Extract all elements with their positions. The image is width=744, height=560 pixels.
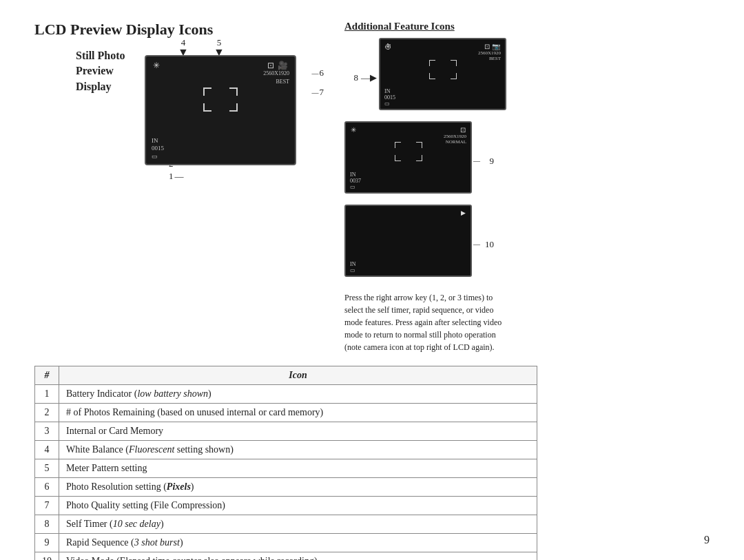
row-desc-8: Self Timer (10 sec delay) [59,515,537,534]
still-photo-label: Still Photo Preview Display [76,48,131,94]
table-header-hash: # [35,366,59,385]
table-row: 3 Internal or Card Memory [35,422,537,441]
icon-table: # Icon 1 Battery Indicator (low battery … [34,366,537,560]
lcd-bottom-icons: IN 0015 [152,137,164,152]
row-desc-6: Photo Resolution setting (Pixels) [59,478,537,497]
mini-cam-icon-1: 📷 [492,43,500,50]
row-desc-9: Rapid Sequence (3 shot burst) [59,534,537,552]
table-row: 5 Meter Pattern setting [35,459,537,478]
row-desc-7: Photo Quality setting (File Compression) [59,497,537,515]
mini-battery-2: ▭ [350,184,355,190]
page-number: 9 [704,534,710,546]
lcd-count: 0015 [152,145,164,152]
additional-feature-title: Additional Feature Icons [344,21,455,32]
mini-focus-2 [395,142,422,161]
mini-wb-icon-2: ✳ [351,126,356,134]
camera-icon: 🎥 [278,61,288,71]
side-label-10: ▶ IN ▭ — 10 [344,205,497,284]
table-row: 8 Self Timer (10 sec delay) [35,515,537,534]
white-balance-icon: ✳ [153,61,160,71]
arrow-7-label: — 7 [312,87,324,98]
row-num-8: 8 [35,515,59,534]
mini-battery-1: ▭ [384,101,390,107]
table-row: 10 Video Mode (Elapsed time counter also… [35,552,537,561]
mini-lcd-1: ✳ ⊡ 📷 2560X1920 BEST ⏱ [379,38,506,110]
row-num-1: 1 [35,385,59,404]
mini-lcd-2: ✳ ⊡ 2560X1920 NORMAL [344,121,472,194]
table-row: 6 Photo Resolution setting (Pixels) [35,478,537,497]
lcd-preview-screen: ✳ ⊡ 🎥 2560X1920 BEST [145,55,296,165]
mini-res-1: 2560X1920 BEST [478,50,501,61]
arrow-4-label: 4 ▼ [178,37,189,57]
row-num-3: 3 [35,422,59,441]
mini-res-2: 2560X1920 NORMAL [444,134,466,145]
row-desc-10: Video Mode (Elapsed time counter also ap… [59,552,537,561]
row-num-4: 4 [35,441,59,459]
row-desc-5: Meter Pattern setting [59,459,537,478]
table-row: 7 Photo Quality setting (File Compressio… [35,497,537,515]
table-row: 1 Battery Indicator (low battery shown) [35,385,537,404]
arrow-5-label: 5 ▼ [214,37,225,57]
row-desc-3: Internal or Card Memory [59,422,537,441]
arrow-1-label: 1 — [169,171,185,182]
lcd-battery-icon: ▭ [152,153,158,160]
row-num-5: 5 [35,459,59,478]
row-desc-4: White Balance (Fluorescent setting shown… [59,441,537,459]
mini-focus-1 [429,60,457,79]
row-num-2: 2 [35,404,59,422]
mini-meter-icon-1: ⊡ [484,43,490,50]
mini-bottom-3: IN [350,261,355,267]
timer-icon-1: ⏱ [384,43,392,51]
meter-icon: ⊡ [267,61,274,71]
mini-bottom-1: IN 0015 [384,88,395,101]
mini-bottom-2: IN 0037 [350,172,361,184]
row-desc-1: Battery Indicator (low battery shown) [59,385,537,404]
mini-lcd-3: ▶ IN ▭ [344,205,472,277]
row-num-6: 6 [35,478,59,497]
side-label-9: ✳ ⊡ 2560X1920 NORMAL [344,121,497,200]
lcd-resolution: 2560X1920 [263,70,289,76]
row-num-9: 9 [35,534,59,552]
table-row: 2 # of Photos Remaining (based on unused… [35,404,537,422]
row-num-10: 10 [35,552,59,561]
memory-icon: IN [152,137,164,144]
table-header-icon: Icon [59,366,537,385]
mini-battery-3: ▭ [350,267,355,273]
description-text: Press the right arrow key (1, 2, or 3 ti… [344,291,503,353]
row-desc-2: # of Photos Remaining (based on unused i… [59,404,537,422]
lcd-quality: BEST [276,79,289,85]
side-label-8: 8 —▶ ✳ ⊡ 📷 2560X1920 B [344,38,506,117]
page-title: LCD Preview Display Icons [34,21,324,39]
row-num-7: 7 [35,497,59,515]
mini-meter-icon-2: ⊡ [460,126,466,134]
lcd-focus-brackets [203,87,238,112]
mini-video-icon: ▶ [461,209,466,216]
table-row: 4 White Balance (Fluorescent setting sho… [35,441,537,459]
arrow-6-label: — 6 [312,68,324,79]
table-row: 9 Rapid Sequence (3 shot burst) [35,534,537,552]
